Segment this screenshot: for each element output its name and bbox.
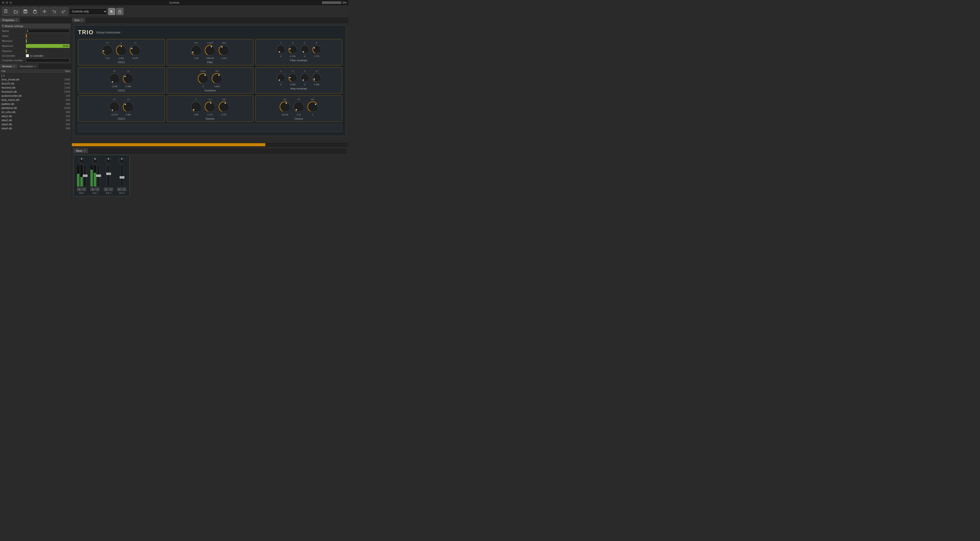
save-button[interactable] (21, 7, 30, 16)
tab-properties[interactable]: Properties ✕ (0, 18, 20, 22)
tab-browser[interactable]: Browser ✕ (0, 64, 18, 69)
name-input[interactable] (26, 29, 70, 33)
tab-mixer-close[interactable]: ✕ (83, 150, 86, 152)
solo-button-1[interactable]: S (95, 188, 100, 191)
knob-svg-container[interactable] (123, 73, 134, 85)
pan-knob-2[interactable] (105, 157, 112, 164)
tab-description[interactable]: Description ✕ (18, 64, 38, 69)
knob-svg-container[interactable] (279, 101, 291, 113)
stepsize-bar[interactable]: 0.01 (26, 49, 70, 53)
fader-thumb-0[interactable] (83, 174, 88, 177)
fader-thumb-3[interactable] (119, 176, 124, 179)
file-row[interactable]: 4osctest.slb21kB (0, 86, 72, 90)
lock-button[interactable] (116, 8, 124, 15)
knob-amp_env-2[interactable]: S 0 (300, 70, 310, 86)
knob-osc1-0[interactable]: P1 7.01 (102, 41, 113, 59)
knob-osc2-0[interactable]: P2 -12.98 (109, 70, 120, 88)
fader-1[interactable] (97, 165, 100, 187)
pan-knob-3[interactable] (118, 157, 126, 164)
knob-filter-0[interactable]: Res 1.43 (191, 41, 202, 59)
file-row[interactable]: dual_macro.slb6kB (0, 98, 72, 102)
close-button[interactable] (10, 2, 12, 4)
file-list[interactable]: [..]3osc_broad.slb15kB3oscV2.slb16kB4osc… (0, 73, 72, 198)
tab-3osc[interactable]: 3osc ✕ (72, 18, 85, 22)
file-row[interactable]: padtest.slb4kB (0, 102, 72, 106)
file-row[interactable]: step3.slb4kB (0, 122, 72, 126)
new-button[interactable] (2, 7, 11, 16)
file-row[interactable]: 3osc_broad.slb15kB (0, 78, 72, 81)
file-row[interactable]: audiorecorder.slb1kB (0, 94, 72, 98)
tab-mixer[interactable]: Mixer ✕ (74, 148, 88, 153)
redo-button[interactable] (59, 7, 68, 16)
fader-3[interactable] (120, 165, 123, 187)
knob-filter-1[interactable]: Cutoff 1390.55 (204, 41, 216, 59)
knob-svg-container[interactable] (123, 101, 134, 113)
controller-number-input[interactable] (26, 58, 70, 62)
cursor-tool-button[interactable] (108, 8, 115, 15)
knob-svg-container[interactable] (191, 45, 202, 56)
pan-knob-1[interactable] (91, 157, 99, 164)
knob-svg-container[interactable] (312, 45, 321, 54)
undo-button[interactable] (50, 7, 58, 16)
knob-svg-container[interactable] (276, 73, 286, 83)
knob-svg-container[interactable] (109, 73, 120, 85)
open-button[interactable] (11, 7, 20, 16)
knob-svg-container[interactable] (191, 101, 202, 113)
knob-osc2-1[interactable]: A2 0.308 (123, 70, 134, 88)
mute-button-2[interactable]: M (104, 188, 108, 191)
knob-osc1-1[interactable]: F 1.001 (116, 41, 127, 59)
knob-svg-container[interactable] (204, 45, 216, 56)
knob-filter_env-1[interactable]: D 0.726 (288, 41, 298, 57)
knob-svg-container[interactable] (116, 45, 127, 56)
knob-osc1-2[interactable]: A1 0.275 (129, 41, 141, 59)
knob-chorus-2[interactable]: Mix 1 (307, 98, 318, 116)
knob-chorus-1[interactable]: Fb 0.11 (293, 98, 305, 116)
mute-button-3[interactable]: M (117, 188, 121, 191)
file-row[interactable]: 4osctest2.slb25kB (0, 90, 72, 94)
tab-browser-close[interactable]: ✕ (13, 65, 15, 68)
knob-svg-container[interactable] (197, 73, 209, 85)
knob-filter_env-3[interactable]: R 1.771 (312, 41, 321, 57)
file-row[interactable]: 3oscV2.slb16kB (0, 81, 72, 86)
file-row[interactable]: step2.slb2kB (0, 118, 72, 122)
fader-0[interactable] (83, 165, 86, 187)
mute-button-0[interactable]: M (77, 188, 81, 191)
minimum-bar[interactable]: 0.00 (26, 39, 70, 43)
tab-properties-close[interactable]: ✕ (15, 19, 17, 22)
maximum-bar[interactable]: 10.00 (26, 44, 70, 48)
knob-svg-container[interactable] (293, 101, 305, 113)
file-row[interactable]: step4.slb0kB (0, 126, 72, 131)
tab-description-close[interactable]: ✕ (34, 65, 36, 68)
knob-chorus-0[interactable]: Dly 18.018 (279, 98, 291, 116)
knob-svg-container[interactable] (129, 45, 141, 56)
knob-osc3-0[interactable]: P3 -12.977 (109, 98, 120, 116)
knob-filter_env-0[interactable]: A 0 (276, 41, 286, 57)
h-scroll-thumb[interactable] (72, 143, 265, 146)
is-controller-checkbox[interactable] (26, 54, 29, 57)
tab-3osc-close[interactable]: ✕ (81, 19, 83, 22)
knob-amp_env-3[interactable]: R 0.308 (312, 70, 321, 86)
horizontal-scrollbar[interactable] (72, 143, 348, 146)
knob-filter_env-2[interactable]: S 0 (300, 41, 310, 57)
knob-svg-container[interactable] (307, 101, 318, 113)
knob-svg-container[interactable] (276, 45, 286, 54)
knob-svg-container[interactable] (204, 101, 216, 113)
knob-reverb-2[interactable]: Wet 0.707 (218, 98, 230, 116)
file-row[interactable]: step1.slb2kB (0, 114, 72, 118)
file-row[interactable]: [..] (0, 73, 72, 78)
pan-knob-0[interactable] (78, 157, 85, 164)
minimize-button[interactable] (2, 2, 4, 4)
delete-button[interactable] (30, 7, 39, 16)
knob-svg-container[interactable] (288, 73, 298, 83)
mute-button-1[interactable]: M (91, 188, 95, 191)
solo-button-2[interactable]: S (109, 188, 113, 191)
fader-thumb-2[interactable] (106, 172, 111, 175)
knob-filter-2[interactable]: Mod 1.313 (218, 41, 230, 59)
fader-2[interactable] (107, 165, 110, 187)
solo-button-0[interactable]: S (82, 188, 86, 191)
settings-button[interactable] (40, 7, 49, 16)
fader-thumb-1[interactable] (96, 174, 101, 177)
knob-svg-container[interactable] (109, 101, 120, 113)
knob-svg-container[interactable] (218, 101, 230, 113)
knob-reverb-1[interactable]: Da 1.717 (204, 98, 216, 116)
